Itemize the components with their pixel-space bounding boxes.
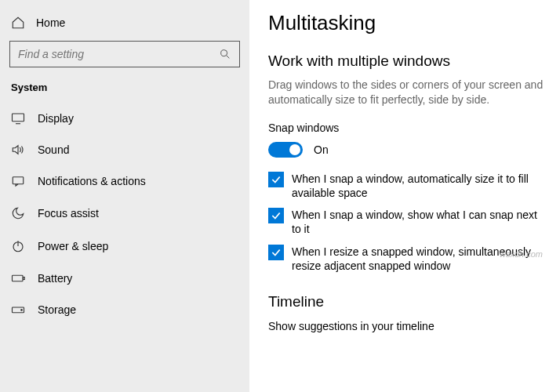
sound-icon [11, 143, 25, 156]
sidebar-item-label: Battery [38, 272, 72, 285]
focus-assist-icon [11, 206, 25, 220]
sidebar-item-label: Focus assist [38, 207, 99, 220]
sidebar-item-battery[interactable]: Battery [0, 263, 249, 294]
sidebar-item-storage[interactable]: Storage [0, 294, 249, 325]
toggle-state-label: On [314, 143, 329, 156]
snap-windows-label: Snap windows [268, 122, 549, 134]
svg-point-10 [21, 310, 23, 311]
section-work-windows-desc: Drag windows to the sides or corners of … [268, 78, 549, 107]
svg-rect-8 [24, 278, 25, 280]
sidebar-item-label: Power & sleep [38, 240, 108, 252]
display-icon [11, 112, 25, 125]
page-title: Multitasking [268, 11, 549, 35]
sidebar-section-label: System [0, 78, 249, 103]
sidebar-item-focus-assist[interactable]: Focus assist [0, 197, 249, 230]
watermark: wsxdn.com [500, 249, 543, 259]
sidebar-item-power-sleep[interactable]: Power & sleep [0, 230, 249, 263]
sidebar-item-label: Display [38, 112, 74, 125]
checkbox-icon [268, 245, 284, 260]
svg-rect-7 [13, 275, 24, 281]
power-icon [11, 239, 25, 253]
search-icon [219, 48, 231, 60]
sidebar-home[interactable]: Home [0, 9, 249, 41]
snap-windows-toggle-row: On [268, 142, 549, 158]
storage-icon [11, 303, 25, 316]
timeline-suggestions-label: Show suggestions in your timeline [268, 320, 549, 332]
sidebar-item-label: Sound [38, 143, 69, 156]
sidebar-item-display[interactable]: Display [0, 103, 249, 134]
snap-option-2[interactable]: When I snap a window, show what I can sn… [268, 208, 549, 236]
search-input-box[interactable] [9, 41, 240, 67]
sidebar-item-label: Notifications & actions [38, 175, 146, 187]
home-icon [11, 16, 25, 30]
snap-windows-toggle[interactable] [268, 142, 303, 158]
checkbox-label: When I snap a window, automatically size… [292, 172, 549, 200]
section-timeline-title: Timeline [268, 293, 549, 310]
checkbox-icon [268, 172, 284, 187]
checkbox-icon [268, 208, 284, 223]
content-pane: Multitasking Work with multiple windows … [249, 0, 549, 392]
search-container [0, 41, 249, 78]
home-label: Home [36, 16, 65, 29]
svg-rect-2 [13, 114, 24, 122]
battery-icon [11, 273, 25, 284]
snap-option-1[interactable]: When I snap a window, automatically size… [268, 172, 549, 200]
svg-line-1 [227, 56, 229, 58]
sidebar-item-notifications[interactable]: Notifications & actions [0, 165, 249, 197]
svg-point-0 [221, 50, 227, 56]
svg-rect-4 [13, 177, 24, 184]
section-work-windows-title: Work with multiple windows [268, 53, 549, 70]
sidebar: Home System Display Sound Notifications … [0, 0, 249, 392]
notifications-icon [11, 175, 25, 187]
sidebar-item-label: Storage [38, 303, 76, 316]
search-input[interactable] [18, 48, 219, 60]
checkbox-label: When I snap a window, show what I can sn… [292, 208, 549, 236]
sidebar-item-sound[interactable]: Sound [0, 134, 249, 165]
